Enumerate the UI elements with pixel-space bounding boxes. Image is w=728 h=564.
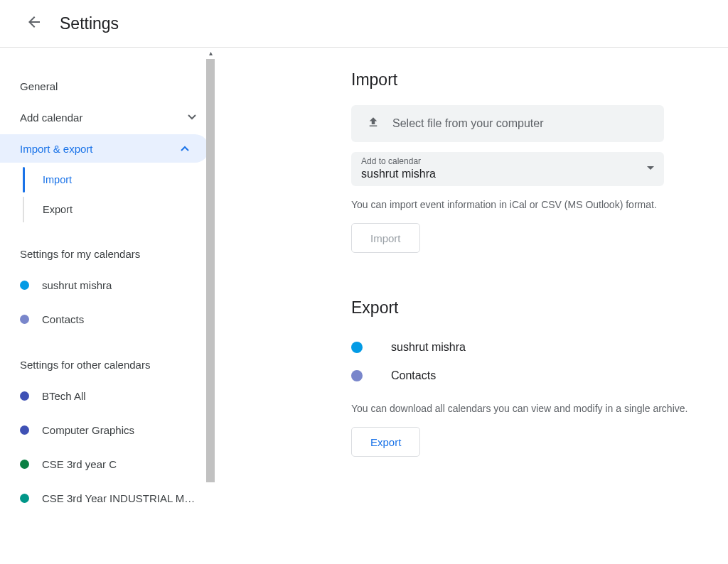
export-calendar-row: Contacts <box>351 362 728 390</box>
nav-label: General <box>20 80 58 92</box>
calendar-label: BTech All <box>42 390 86 402</box>
calendar-color-dot <box>20 494 29 503</box>
other-calendar-item[interactable]: CSE 3rd Year INDUSTRIAL M… <box>0 484 216 512</box>
scrollbar-thumb[interactable] <box>206 59 215 482</box>
calendar-label: Contacts <box>391 369 436 382</box>
calendar-color-dot <box>351 370 363 381</box>
calendar-label: sushrut mishra <box>42 279 112 291</box>
dropdown-value: sushrut mishra <box>361 168 654 180</box>
my-calendar-item[interactable]: Contacts <box>0 305 216 333</box>
other-calendar-item[interactable]: Computer Graphics <box>0 416 216 444</box>
calendar-color-dot <box>20 281 29 290</box>
import-hint: You can import event information in iCal… <box>351 199 728 210</box>
sidebar-scrollbar[interactable]: ▴ <box>205 48 216 564</box>
calendar-color-dot <box>20 315 29 324</box>
nav-label: Add calendar <box>20 112 82 124</box>
nav-sub-import[interactable]: Import <box>0 167 216 192</box>
scrollbar-arrow-up-icon[interactable]: ▴ <box>205 48 216 59</box>
calendar-label: CSE 3rd Year INDUSTRIAL M… <box>42 492 195 504</box>
section-heading: Export <box>351 298 728 318</box>
page-title: Settings <box>60 14 119 33</box>
export-section: Export sushrut mishra Contacts You can d… <box>351 298 728 457</box>
heading-other-calendars: Settings for other calendars <box>0 353 216 376</box>
nav-general[interactable]: General <box>0 72 216 100</box>
section-heading: Import <box>351 70 728 90</box>
add-to-calendar-dropdown[interactable]: Add to calendar sushrut mishra <box>351 152 664 186</box>
calendar-color-dot <box>20 425 29 435</box>
calendar-color-dot <box>20 460 29 469</box>
settings-sidebar: General Add calendar Import & export Imp… <box>0 48 216 564</box>
import-section: Import Select file from your computer Ad… <box>351 70 728 253</box>
chevron-down-icon <box>185 114 199 120</box>
calendar-label: Computer Graphics <box>42 424 134 436</box>
calendar-color-dot <box>351 342 363 353</box>
export-hint: You can download all calendars you can v… <box>351 403 728 414</box>
dropdown-label: Add to calendar <box>361 156 654 166</box>
upload-icon <box>367 116 380 131</box>
nav-add-calendar[interactable]: Add calendar <box>0 103 216 131</box>
calendar-label: sushrut mishra <box>391 341 466 354</box>
nav-label: Import <box>43 174 72 185</box>
nav-import-export[interactable]: Import & export <box>0 134 209 163</box>
button-label: Import <box>370 232 401 244</box>
calendar-label: CSE 3rd year C <box>42 458 117 470</box>
upload-label: Select file from your computer <box>392 117 544 130</box>
export-calendar-row: sushrut mishra <box>351 333 728 362</box>
my-calendar-item[interactable]: sushrut mishra <box>0 271 216 299</box>
nav-label: Export <box>43 204 73 215</box>
button-label: Export <box>370 436 401 448</box>
calendar-color-dot <box>20 391 29 401</box>
export-button[interactable]: Export <box>351 427 420 457</box>
import-button[interactable]: Import <box>351 223 420 253</box>
chevron-up-icon <box>178 146 192 151</box>
nav-sub-export[interactable]: Export <box>0 197 216 222</box>
calendar-label: Contacts <box>42 313 84 325</box>
arrow-left-icon <box>26 13 43 33</box>
nav-label: Import & export <box>20 143 93 155</box>
file-upload-field[interactable]: Select file from your computer <box>351 105 664 142</box>
other-calendar-item[interactable]: CSE 3rd year C <box>0 450 216 478</box>
caret-down-icon <box>647 166 654 170</box>
other-calendar-item[interactable]: BTech All <box>0 381 216 410</box>
heading-my-calendars: Settings for my calendars <box>0 242 216 265</box>
back-button[interactable] <box>20 9 48 38</box>
